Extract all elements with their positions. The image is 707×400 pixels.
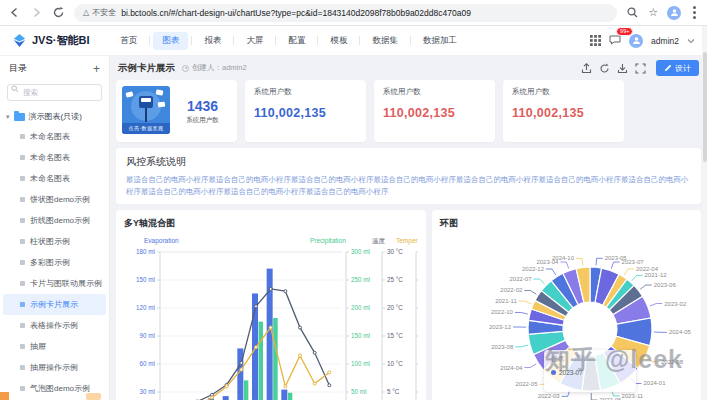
chevron-down-icon[interactable] [687, 37, 695, 45]
nav-separator [317, 36, 318, 45]
svg-text:2021-11: 2021-11 [495, 298, 517, 304]
browser-profile-avatar[interactable] [667, 6, 681, 20]
sidebar-item-12[interactable]: 抽屉操作示例 [3, 357, 106, 378]
zoom-icon[interactable] [626, 6, 639, 19]
username[interactable]: admin2 [651, 36, 679, 46]
stat-card-users-3[interactable]: 系统用户数 110,002,135 [374, 80, 495, 142]
chart-leaf-icon [20, 239, 25, 244]
apps-grid-icon[interactable] [590, 35, 601, 46]
pencil-icon [664, 64, 672, 72]
sidebar-item-7[interactable]: 多彩图示例 [3, 252, 106, 273]
tree-folder-demo-charts[interactable]: ▾ 演示图表(只读) [0, 107, 109, 126]
caret-down-icon[interactable]: ▾ [6, 113, 10, 121]
fullscreen-icon[interactable] [635, 63, 646, 74]
svg-text:90 ml: 90 ml [140, 332, 155, 339]
sidebar-item-4[interactable]: 饼状图demo示例 [3, 189, 106, 210]
back-icon[interactable] [8, 6, 21, 19]
stat-value: 1436 [187, 98, 218, 114]
refresh-chart-icon[interactable] [599, 63, 610, 74]
browser-toolbar: △ 不安全 bi.bctools.cn/#/chart-design-ui/ch… [0, 0, 707, 26]
sidebar-item-11[interactable]: 抽屉 [3, 336, 106, 357]
download-icon[interactable] [617, 63, 628, 74]
stat-label: 系统用户数 [512, 87, 615, 97]
svg-text:2022-08: 2022-08 [661, 359, 684, 365]
svg-text:2022-02: 2022-02 [500, 287, 523, 293]
refresh-icon[interactable] [52, 6, 65, 19]
nav-item-3[interactable]: 报表 [195, 32, 230, 50]
brand[interactable]: JVS·智能BI [12, 33, 89, 48]
svg-text:2021-12: 2021-12 [645, 272, 668, 278]
svg-text:120 ml: 120 ml [136, 304, 155, 311]
svg-text:25 °C: 25 °C [387, 276, 403, 283]
messages-button[interactable]: 99+ [609, 32, 621, 50]
sidebar-item-label: 柱状图示例 [30, 236, 70, 247]
sidebar-item-label: 折线图demo示例 [30, 215, 90, 226]
sidebar-item-label: 卡片与图联动展示例 [30, 278, 102, 289]
description-title: 风控系统说明 [126, 155, 691, 169]
main-content: 示例卡片展示 创建人：admin2 设计 点亮·数据直观 [110, 56, 707, 400]
multi-axis-chart[interactable]: 180 ml150 ml120 ml90 ml60 ml30 mlEvapora… [124, 230, 418, 400]
sidebar-item-label: 表格操作示例 [30, 320, 78, 331]
url-text: bi.bctools.cn/#/chart-design-ui/chartUse… [121, 8, 471, 18]
chart-leaf-icon [20, 281, 25, 286]
nav-separator [191, 36, 192, 45]
scrollbar-thumb[interactable] [703, 52, 707, 162]
stat-card-users-total[interactable]: 点亮·数据直观 1436 系统用户数 [116, 80, 237, 142]
nav-item-8[interactable]: 数据加工 [414, 32, 466, 50]
address-bar[interactable]: △ 不安全 bi.bctools.cn/#/chart-design-ui/ch… [74, 4, 617, 22]
chart-tooltip: 提示 2023-07 [544, 350, 636, 392]
multi-axis-chart-card: 多Y轴混合图 180 ml150 ml120 ml90 ml60 ml30 ml… [116, 210, 426, 400]
share-icon[interactable] [581, 63, 592, 74]
stat-cards-row: 点亮·数据直观 1436 系统用户数 系统用户数 110,002,135 系统用… [116, 80, 701, 142]
browser-menu-icon[interactable] [693, 11, 696, 14]
sidebar-item-8[interactable]: 卡片与图联动展示例 [3, 273, 106, 294]
sidebar-item-10[interactable]: 表格操作示例 [3, 315, 106, 336]
unread-badge: 99+ [616, 27, 633, 37]
nav-item-5[interactable]: 配置 [279, 32, 314, 50]
sidebar-item-2[interactable]: 未命名图表 [3, 147, 106, 168]
chart-leaf-icon [20, 344, 25, 349]
svg-text:2023-02: 2023-02 [664, 301, 687, 307]
svg-text:2023-11: 2023-11 [622, 393, 644, 399]
chart-leaf-icon [20, 197, 25, 202]
stat-card-users-4[interactable]: 系统用户数 110,002,135 [503, 80, 624, 142]
sidebar-item-5[interactable]: 折线图demo示例 [3, 210, 106, 231]
stat-value: 110,002,135 [383, 106, 486, 120]
nav-item-1[interactable]: 首页 [111, 32, 146, 50]
nav-item-4[interactable]: 大屏 [237, 32, 272, 50]
svg-text:150 ml: 150 ml [351, 332, 370, 339]
security-label: 不安全 [92, 7, 116, 18]
bookmark-star-icon[interactable]: ☆ [648, 7, 658, 18]
user-avatar[interactable] [629, 34, 643, 48]
svg-text:2022-05: 2022-05 [515, 381, 538, 387]
forward-icon[interactable] [30, 6, 43, 19]
sidebar-item-1[interactable]: 未命名图表 [3, 126, 106, 147]
warning-triangle-icon: △ [83, 9, 89, 17]
chart-leaf-icon [20, 365, 25, 370]
nav-item-2[interactable]: 图表 [153, 32, 188, 50]
svg-text:100 ml: 100 ml [351, 360, 370, 367]
search-input[interactable] [7, 84, 102, 101]
svg-text:2022-07: 2022-07 [510, 276, 533, 282]
design-button[interactable]: 设计 [656, 60, 699, 76]
nav-item-6[interactable]: 模板 [321, 32, 356, 50]
directory-sidebar: 目录 + ▾ 演示图表(只读) 未命名图表未命名图表未命名图表饼状图demo示例… [0, 56, 110, 400]
sidebar-item-9[interactable]: 示例卡片展示 [3, 294, 106, 315]
svg-text:50 ml: 50 ml [351, 388, 366, 395]
svg-text:2023-08: 2023-08 [491, 344, 514, 350]
sidebar-item-6[interactable]: 柱状图示例 [3, 231, 106, 252]
sidebar-item-3[interactable]: 未命名图表 [3, 168, 106, 189]
not-secure-warning[interactable]: △ 不安全 [83, 7, 116, 18]
nav-item-7[interactable]: 数据集 [363, 32, 407, 50]
chart-title: 环图 [440, 217, 693, 230]
stat-label: 系统用户数 [383, 87, 486, 97]
stat-card-users-2[interactable]: 系统用户数 110,002,135 [245, 80, 366, 142]
chart-leaf-icon [20, 176, 25, 181]
page-scrollbar[interactable] [702, 26, 707, 400]
svg-text:2023-12: 2023-12 [489, 324, 512, 330]
creator-info: 创建人：admin2 [182, 63, 247, 73]
svg-text:200 ml: 200 ml [351, 304, 370, 311]
description-body: 最适合自己的电商小程序最适合自己的电商小程序最适合自己的电商小程序最适合自己的电… [126, 174, 691, 197]
add-chart-button[interactable]: + [93, 63, 100, 75]
sidebar-item-label: 示例卡片展示 [30, 299, 78, 310]
